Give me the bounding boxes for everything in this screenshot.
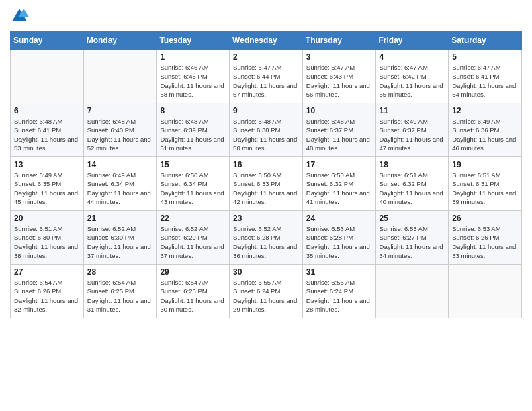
header [10, 7, 522, 26]
calendar-cell: 7Sunrise: 6:48 AM Sunset: 6:40 PM Daylig… [83, 103, 157, 157]
calendar-cell [11, 50, 84, 103]
cell-content: Sunrise: 6:50 AM Sunset: 6:34 PM Dayligh… [160, 171, 226, 206]
calendar-cell: 25Sunrise: 6:53 AM Sunset: 6:27 PM Dayli… [375, 211, 449, 265]
day-number: 28 [87, 267, 153, 277]
calendar-cell: 6Sunrise: 6:48 AM Sunset: 6:41 PM Daylig… [11, 103, 84, 157]
header-row: SundayMondayTuesdayWednesdayThursdayFrid… [11, 32, 522, 50]
cell-content: Sunrise: 6:51 AM Sunset: 6:31 PM Dayligh… [452, 171, 518, 206]
day-header-wednesday: Wednesday [230, 32, 303, 50]
cell-content: Sunrise: 6:48 AM Sunset: 6:41 PM Dayligh… [14, 117, 80, 152]
calendar-cell [449, 265, 522, 318]
calendar-cell: 22Sunrise: 6:52 AM Sunset: 6:29 PM Dayli… [157, 211, 230, 265]
day-number: 31 [306, 267, 372, 277]
cell-content: Sunrise: 6:50 AM Sunset: 6:32 PM Dayligh… [306, 171, 372, 206]
calendar-cell: 21Sunrise: 6:52 AM Sunset: 6:30 PM Dayli… [83, 211, 157, 265]
cell-content: Sunrise: 6:52 AM Sunset: 6:30 PM Dayligh… [87, 224, 153, 260]
day-number: 22 [160, 214, 226, 223]
day-number: 26 [452, 214, 518, 223]
day-number: 19 [452, 160, 518, 169]
calendar-cell: 2Sunrise: 6:47 AM Sunset: 6:44 PM Daylig… [230, 50, 303, 103]
page: SundayMondayTuesdayWednesdayThursdayFrid… [0, 0, 532, 411]
calendar-cell: 27Sunrise: 6:54 AM Sunset: 6:26 PM Dayli… [11, 265, 84, 318]
calendar-cell: 1Sunrise: 6:46 AM Sunset: 6:45 PM Daylig… [157, 50, 230, 103]
day-header-tuesday: Tuesday [157, 32, 230, 50]
cell-content: Sunrise: 6:55 AM Sunset: 6:24 PM Dayligh… [306, 278, 372, 314]
day-number: 30 [233, 267, 299, 277]
cell-content: Sunrise: 6:47 AM Sunset: 6:43 PM Dayligh… [306, 63, 372, 99]
day-number: 21 [87, 214, 153, 223]
cell-content: Sunrise: 6:49 AM Sunset: 6:34 PM Dayligh… [87, 171, 153, 206]
cell-content: Sunrise: 6:47 AM Sunset: 6:42 PM Dayligh… [380, 63, 445, 99]
calendar-cell: 10Sunrise: 6:48 AM Sunset: 6:37 PM Dayli… [302, 103, 375, 157]
day-number: 7 [87, 106, 153, 116]
cell-content: Sunrise: 6:53 AM Sunset: 6:26 PM Dayligh… [452, 224, 518, 260]
calendar-cell: 3Sunrise: 6:47 AM Sunset: 6:43 PM Daylig… [302, 50, 375, 103]
day-number: 17 [306, 160, 372, 169]
day-header-monday: Monday [83, 32, 157, 50]
day-number: 1 [160, 52, 226, 62]
day-number: 2 [233, 52, 299, 62]
day-header-thursday: Thursday [302, 32, 375, 50]
logo-icon [10, 7, 29, 26]
calendar-cell: 29Sunrise: 6:54 AM Sunset: 6:25 PM Dayli… [157, 265, 230, 318]
calendar-table: SundayMondayTuesdayWednesdayThursdayFrid… [10, 31, 522, 318]
day-number: 23 [233, 214, 299, 223]
cell-content: Sunrise: 6:49 AM Sunset: 6:36 PM Dayligh… [452, 117, 518, 152]
cell-content: Sunrise: 6:48 AM Sunset: 6:40 PM Dayligh… [87, 117, 153, 152]
week-row-0: 1Sunrise: 6:46 AM Sunset: 6:45 PM Daylig… [11, 50, 522, 103]
logo [10, 7, 32, 26]
day-number: 27 [14, 267, 80, 277]
calendar-cell: 18Sunrise: 6:51 AM Sunset: 6:32 PM Dayli… [375, 157, 449, 211]
cell-content: Sunrise: 6:50 AM Sunset: 6:33 PM Dayligh… [233, 171, 299, 206]
cell-content: Sunrise: 6:48 AM Sunset: 6:39 PM Dayligh… [160, 117, 226, 152]
cell-content: Sunrise: 6:47 AM Sunset: 6:44 PM Dayligh… [233, 63, 299, 99]
calendar-cell: 31Sunrise: 6:55 AM Sunset: 6:24 PM Dayli… [302, 265, 375, 318]
day-number: 9 [233, 106, 299, 116]
cell-content: Sunrise: 6:51 AM Sunset: 6:30 PM Dayligh… [14, 224, 80, 260]
cell-content: Sunrise: 6:54 AM Sunset: 6:25 PM Dayligh… [160, 278, 226, 314]
day-number: 14 [87, 160, 153, 169]
week-row-2: 13Sunrise: 6:49 AM Sunset: 6:35 PM Dayli… [11, 157, 522, 211]
calendar-cell: 20Sunrise: 6:51 AM Sunset: 6:30 PM Dayli… [11, 211, 84, 265]
day-number: 12 [452, 106, 518, 116]
day-number: 8 [160, 106, 226, 116]
calendar-cell: 14Sunrise: 6:49 AM Sunset: 6:34 PM Dayli… [83, 157, 157, 211]
day-number: 10 [306, 106, 372, 116]
cell-content: Sunrise: 6:49 AM Sunset: 6:35 PM Dayligh… [14, 171, 80, 206]
cell-content: Sunrise: 6:55 AM Sunset: 6:24 PM Dayligh… [233, 278, 299, 314]
day-number: 16 [233, 160, 299, 169]
cell-content: Sunrise: 6:47 AM Sunset: 6:41 PM Dayligh… [452, 63, 518, 99]
calendar-cell: 8Sunrise: 6:48 AM Sunset: 6:39 PM Daylig… [157, 103, 230, 157]
calendar-cell: 11Sunrise: 6:49 AM Sunset: 6:37 PM Dayli… [375, 103, 449, 157]
cell-content: Sunrise: 6:53 AM Sunset: 6:27 PM Dayligh… [380, 224, 445, 260]
day-number: 24 [306, 214, 372, 223]
week-row-1: 6Sunrise: 6:48 AM Sunset: 6:41 PM Daylig… [11, 103, 522, 157]
calendar-cell: 5Sunrise: 6:47 AM Sunset: 6:41 PM Daylig… [449, 50, 522, 103]
calendar-cell: 17Sunrise: 6:50 AM Sunset: 6:32 PM Dayli… [302, 157, 375, 211]
day-number: 13 [14, 160, 80, 169]
calendar-cell: 12Sunrise: 6:49 AM Sunset: 6:36 PM Dayli… [449, 103, 522, 157]
day-number: 3 [306, 52, 372, 62]
calendar-cell [83, 50, 157, 103]
cell-content: Sunrise: 6:54 AM Sunset: 6:26 PM Dayligh… [14, 278, 80, 314]
calendar-cell: 26Sunrise: 6:53 AM Sunset: 6:26 PM Dayli… [449, 211, 522, 265]
calendar-cell: 16Sunrise: 6:50 AM Sunset: 6:33 PM Dayli… [230, 157, 303, 211]
day-number: 5 [452, 52, 518, 62]
cell-content: Sunrise: 6:53 AM Sunset: 6:28 PM Dayligh… [306, 224, 372, 260]
cell-content: Sunrise: 6:46 AM Sunset: 6:45 PM Dayligh… [160, 63, 226, 99]
calendar-cell: 9Sunrise: 6:48 AM Sunset: 6:38 PM Daylig… [230, 103, 303, 157]
cell-content: Sunrise: 6:52 AM Sunset: 6:28 PM Dayligh… [233, 224, 299, 260]
calendar-cell: 13Sunrise: 6:49 AM Sunset: 6:35 PM Dayli… [11, 157, 84, 211]
calendar-cell: 28Sunrise: 6:54 AM Sunset: 6:25 PM Dayli… [83, 265, 157, 318]
calendar-cell: 4Sunrise: 6:47 AM Sunset: 6:42 PM Daylig… [375, 50, 449, 103]
calendar-cell [375, 265, 449, 318]
day-number: 18 [380, 160, 445, 169]
day-number: 25 [380, 214, 445, 223]
day-header-saturday: Saturday [449, 32, 522, 50]
cell-content: Sunrise: 6:52 AM Sunset: 6:29 PM Dayligh… [160, 224, 226, 260]
cell-content: Sunrise: 6:48 AM Sunset: 6:37 PM Dayligh… [306, 117, 372, 152]
day-number: 4 [380, 52, 445, 62]
calendar-cell: 24Sunrise: 6:53 AM Sunset: 6:28 PM Dayli… [302, 211, 375, 265]
calendar-cell: 15Sunrise: 6:50 AM Sunset: 6:34 PM Dayli… [157, 157, 230, 211]
cell-content: Sunrise: 6:49 AM Sunset: 6:37 PM Dayligh… [380, 117, 445, 152]
